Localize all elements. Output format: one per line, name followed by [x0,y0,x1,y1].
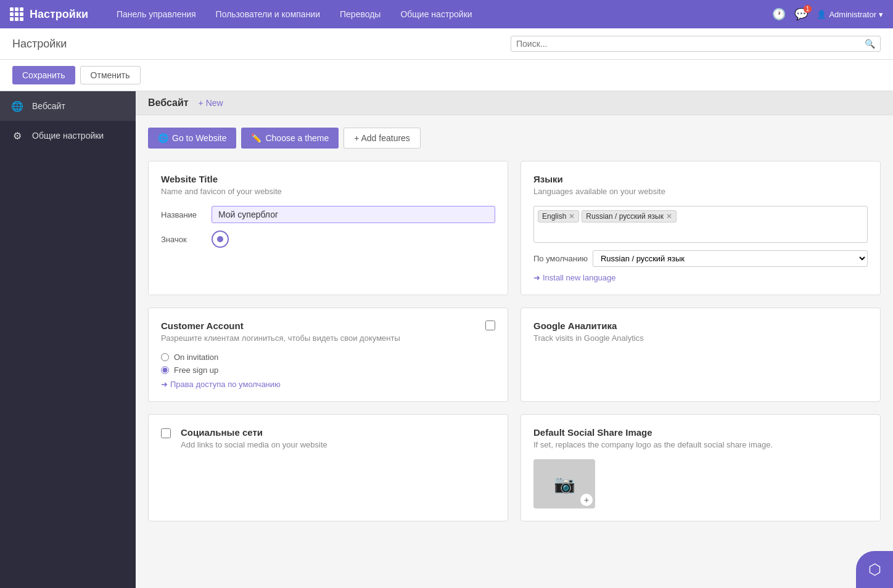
nav-translations[interactable]: Переводы [330,0,390,28]
layout: Вебсайт Общие настройки Вебсайт + New 🌐 … [0,91,893,588]
brand-label: Настройки [30,8,88,21]
google-analytics-subtitle: Track visits in Google Analytics [533,333,868,343]
page-header: Настройки 🔍 [0,28,893,60]
globe-btn-icon: 🌐 [158,133,168,143]
languages-card: Языки Languages available on your websit… [521,161,881,295]
search-input[interactable] [516,39,865,49]
action-buttons: 🌐 Go to Website ✏️ Choose a theme + Add … [148,128,881,149]
add-image-icon[interactable]: + [580,494,593,506]
name-field-row: Название [161,206,495,223]
history-icon-btn[interactable]: 🕐 [772,7,786,21]
gear-icon [10,128,25,143]
default-lang-row: По умолчанию Russian / русский язык Engl… [533,250,868,267]
cancel-button[interactable]: Отменить [80,66,141,84]
nav-dashboard[interactable]: Панель управления [107,0,206,28]
navbar-brand: Настройки [10,7,88,21]
on-invitation-label: On invitation [174,353,218,362]
save-button[interactable]: Сохранить [12,66,75,84]
admin-dropdown-btn[interactable]: 👤 Administrator ▾ [817,10,883,19]
google-analytics-title: Google Аналитика [533,321,868,331]
languages-card-subtitle: Languages available on your website [533,187,868,196]
free-signup-label: Free sign up [174,365,218,375]
add-features-button[interactable]: + Add features [344,128,421,149]
account-type-radio-group: On invitation Free sign up [161,353,495,375]
website-title-card-title: Website Title [161,174,495,184]
lang-tag-russian: Russian / русский язык ✕ [582,210,677,223]
nav-general-settings[interactable]: Общие настройки [390,0,482,28]
free-signup-radio[interactable] [161,366,169,374]
content-area: 🌐 Go to Website ✏️ Choose a theme + Add … [136,115,893,534]
navbar-nav: Панель управления Пользователи и компани… [107,0,760,28]
favicon-picker[interactable] [212,231,229,248]
section-header: Вебсайт + New [136,91,893,115]
toolbar: Сохранить Отменить [0,60,893,91]
main-content: Вебсайт + New 🌐 Go to Website ✏️ Choose … [136,91,893,588]
website-name-input[interactable] [212,206,495,223]
nav-users[interactable]: Пользователи и компании [206,0,330,28]
arrow-right-icon-2: ➜ [161,380,168,389]
choose-theme-button[interactable]: ✏️ Choose a theme [241,128,339,149]
messages-icon-btn[interactable]: 💬 1 [794,7,808,21]
default-lang-select[interactable]: Russian / русский язык English [593,250,868,267]
social-media-content: Социальные сети Add links to social medi… [181,427,327,508]
lang-tag-english-close[interactable]: ✕ [569,212,575,221]
social-share-image-placeholder[interactable]: 📷 + [533,459,595,508]
sidebar: Вебсайт Общие настройки [0,91,136,588]
customer-account-card: Customer Account Разрешите клиентам логи… [148,308,508,402]
website-title-card-subtitle: Name and favicon of your website [161,187,495,196]
install-lang-link[interactable]: ➜ Install new language [533,273,868,282]
access-rights-link[interactable]: ➜ Права доступа по умолчанию [161,380,495,389]
social-media-title: Социальные сети [181,427,327,438]
social-media-card: Социальные сети Add links to social medi… [148,414,508,521]
website-title-card: Website Title Name and favicon of your w… [148,161,508,295]
arrow-right-icon: ➜ [533,273,540,282]
icon-field-row: Значок [161,231,495,248]
customer-account-title: Customer Account [161,321,495,331]
page-title: Настройки [12,38,67,51]
message-badge: 1 [804,5,812,13]
sidebar-item-website[interactable]: Вебсайт [0,91,136,121]
icon-label: Значок [161,235,204,244]
on-invitation-radio[interactable] [161,353,169,361]
chevron-down-icon: ▾ [879,10,883,19]
search-bar[interactable]: 🔍 [511,36,881,52]
globe-icon [10,99,25,113]
manage-badge[interactable]: ⬡ [856,551,893,588]
grid-icon [10,7,23,21]
social-media-subtitle: Add links to social media on your websit… [181,440,327,449]
name-label: Название [161,210,204,219]
languages-card-title: Языки [533,174,868,184]
on-invitation-option: On invitation [161,353,495,362]
history-icon: 🕐 [772,8,786,20]
customer-account-subtitle: Разрешите клиентам логиниться, чтобы вид… [161,333,495,343]
navbar: Настройки Панель управления Пользователи… [0,0,893,28]
sidebar-label-website: Вебсайт [32,101,65,111]
default-social-image-card: Default Social Share Image If set, repla… [521,414,881,521]
lang-tag-russian-close[interactable]: ✕ [666,212,672,221]
brush-icon: ✏️ [251,133,261,143]
default-social-image-subtitle: If set, replaces the company logo as the… [533,440,868,449]
navbar-right: 🕐 💬 1 👤 Administrator ▾ [772,7,883,21]
free-signup-option: Free sign up [161,365,495,375]
customer-account-checkbox[interactable] [485,321,495,330]
go-to-website-button[interactable]: 🌐 Go to Website [148,128,236,149]
section-title: Вебсайт [148,97,189,108]
google-analytics-card: Google Аналитика Track visits in Google … [521,308,881,402]
default-social-image-title: Default Social Share Image [533,427,868,438]
lang-tag-english: English ✕ [538,210,579,223]
search-icon: 🔍 [865,39,875,49]
admin-label: Administrator [829,10,876,19]
manage-icon: ⬡ [868,561,881,578]
social-media-checkbox[interactable] [161,428,171,438]
default-lang-label: По умолчанию [533,254,588,263]
new-button[interactable]: + New [199,98,223,108]
camera-icon: 📷 [554,474,575,494]
cards-grid: Website Title Name and favicon of your w… [148,161,881,521]
sidebar-item-general[interactable]: Общие настройки [0,121,136,150]
sidebar-label-general: Общие настройки [32,131,104,141]
user-icon: 👤 [817,10,826,19]
languages-tags-container[interactable]: English ✕ Russian / русский язык ✕ ▾ [533,206,868,243]
